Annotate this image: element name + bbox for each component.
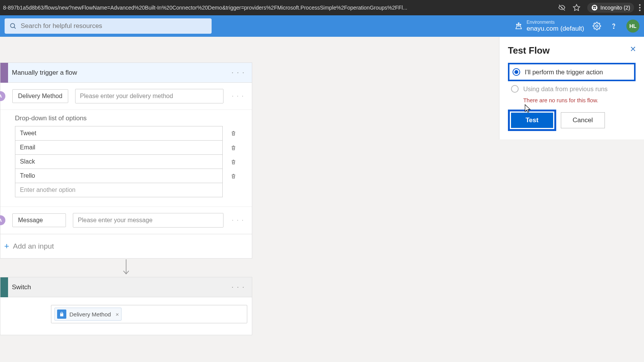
no-runs-message: There are no runs for this flow. — [523, 97, 636, 103]
search-input[interactable] — [21, 22, 207, 30]
delete-option-icon[interactable] — [230, 159, 237, 165]
delete-option-icon[interactable] — [230, 173, 237, 180]
param-input-delivery-method[interactable]: Please enter your delivery method — [75, 89, 223, 103]
switch-on-input[interactable]: Delivery Method × — [51, 305, 247, 323]
trigger-card-more-button[interactable]: · · · — [229, 66, 247, 79]
environment-icon — [514, 22, 523, 30]
help-icon[interactable] — [610, 22, 618, 30]
app-header: Environments enayu.com (default) HL — [0, 15, 644, 37]
svg-point-7 — [10, 23, 15, 28]
env-name: enayu.com (default) — [527, 25, 584, 33]
dropdown-option-input[interactable]: Slack — [15, 155, 223, 169]
svg-point-1 — [592, 5, 598, 11]
add-input-button[interactable]: + Add an input — [0, 234, 252, 258]
svg-point-3 — [595, 8, 596, 9]
delete-option-icon[interactable] — [230, 144, 237, 151]
svg-point-2 — [593, 8, 594, 9]
add-input-label: Add an input — [13, 242, 54, 251]
search-icon — [9, 22, 17, 30]
settings-icon[interactable] — [593, 22, 601, 30]
cancel-button[interactable]: Cancel — [561, 112, 605, 128]
flow-arrow-icon — [0, 259, 252, 277]
dropdown-option-input[interactable]: Trello — [15, 169, 223, 183]
search-box[interactable] — [5, 18, 212, 34]
dropdown-new-option-input[interactable]: Enter another option — [15, 183, 223, 197]
test-button-highlight: Test — [508, 110, 556, 131]
radio-previous-runs: Using data from previous runs — [508, 81, 636, 97]
panel-title: Test Flow — [508, 45, 636, 56]
token-remove-icon[interactable]: × — [115, 311, 119, 318]
eye-off-icon[interactable] — [558, 4, 566, 11]
param-more-button[interactable]: · · · — [230, 91, 246, 101]
trigger-card: Manually trigger a flow · · · A Delivery… — [0, 62, 252, 259]
incognito-label: Incognito (2) — [600, 5, 630, 11]
param-type-badge: A — [0, 215, 5, 225]
param-more-button[interactable]: · · · — [230, 215, 246, 225]
trigger-connector-icon — [0, 63, 8, 83]
svg-point-12 — [596, 25, 598, 27]
dropdown-option-input[interactable]: Tweet — [15, 126, 223, 141]
token-label: Delivery Method — [69, 311, 111, 318]
radio-perform-trigger[interactable]: I'll perform the trigger action — [508, 63, 636, 81]
param-name-message[interactable]: Message — [12, 213, 66, 227]
token-connector-icon — [57, 310, 66, 319]
radio-icon — [513, 68, 520, 76]
param-input-message[interactable]: Please enter your message — [73, 213, 223, 228]
test-button[interactable]: Test — [511, 113, 553, 128]
svg-line-8 — [14, 27, 16, 29]
param-row-delivery-method: A Delivery Method Please enter your deli… — [0, 83, 252, 110]
dynamic-content-token[interactable]: Delivery Method × — [54, 308, 122, 321]
switch-card-title: Switch — [12, 283, 229, 291]
user-avatar[interactable]: HL — [626, 20, 639, 33]
star-icon[interactable] — [573, 4, 580, 11]
close-panel-button[interactable]: ✕ — [630, 44, 636, 54]
flow-canvas[interactable]: Manually trigger a flow · · · A Delivery… — [0, 37, 499, 335]
browser-menu-icon[interactable] — [639, 4, 641, 11]
address-bar-url[interactable]: 8-897b1a5d8b63/flows/new?newFlowName=Adv… — [3, 5, 551, 11]
incognito-badge[interactable]: Incognito (2) — [587, 3, 634, 13]
param-name-delivery-method[interactable]: Delivery Method — [12, 89, 68, 103]
svg-point-4 — [639, 4, 641, 6]
radio-label: I'll perform the trigger action — [525, 69, 603, 76]
environment-picker[interactable]: Environments enayu.com (default) — [514, 20, 584, 33]
trigger-card-header[interactable]: Manually trigger a flow · · · — [0, 63, 252, 83]
dropdown-option-input[interactable]: Email — [15, 141, 223, 155]
delete-option-icon[interactable] — [230, 130, 237, 137]
switch-card-header[interactable]: Switch · · · — [0, 277, 252, 297]
svg-point-5 — [639, 7, 641, 8]
env-label: Environments — [527, 20, 584, 25]
param-type-badge: A — [0, 91, 5, 101]
svg-point-13 — [613, 28, 614, 29]
switch-connector-icon — [0, 277, 8, 297]
svg-marker-0 — [573, 5, 580, 11]
dropdown-section-label: Drop-down list of options — [15, 115, 237, 122]
switch-card-more-button[interactable]: · · · — [229, 281, 247, 293]
svg-point-6 — [639, 10, 641, 11]
plus-icon: + — [4, 241, 9, 251]
param-row-message: A Message Please enter your message · · … — [0, 207, 252, 234]
dropdown-options-section: Drop-down list of options Tweet Email Sl… — [0, 110, 252, 207]
switch-card: Switch · · · Delivery Method × — [0, 277, 252, 335]
radio-label: Using data from previous runs — [523, 85, 608, 93]
radio-icon — [511, 85, 519, 93]
browser-chrome: 8-897b1a5d8b63/flows/new?newFlowName=Adv… — [0, 0, 644, 15]
test-flow-panel: Test Flow ✕ I'll perform the trigger act… — [499, 37, 644, 139]
trigger-card-title: Manually trigger a flow — [12, 69, 229, 77]
